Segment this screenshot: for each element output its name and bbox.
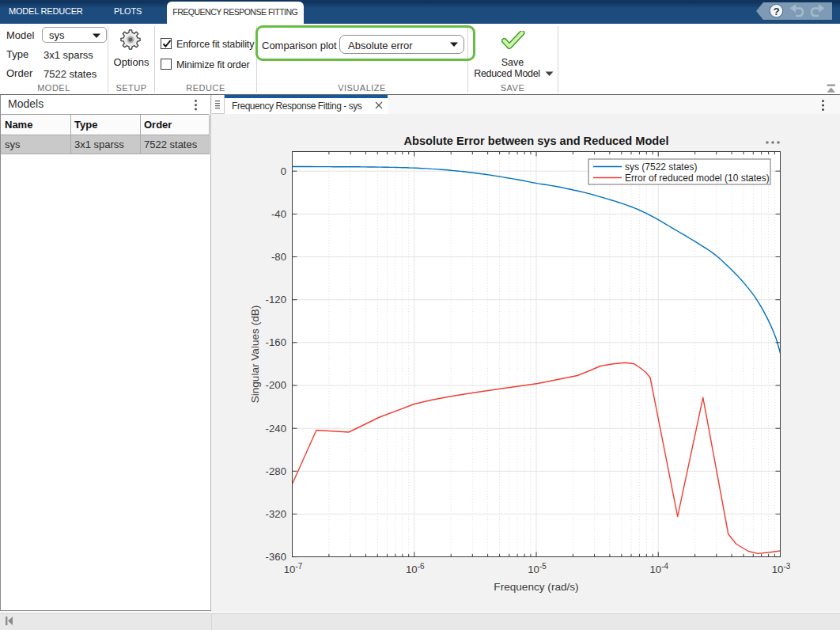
- svg-text:Error of reduced model (10 sta: Error of reduced model (10 states): [625, 173, 770, 184]
- svg-text:-80: -80: [271, 251, 286, 263]
- svg-text:-240: -240: [266, 423, 286, 435]
- svg-text:-280: -280: [266, 465, 286, 477]
- svg-text:Frequency (rad/s): Frequency (rad/s): [494, 581, 578, 593]
- svg-text:-40: -40: [271, 208, 286, 220]
- svg-text:-360: -360: [266, 551, 286, 563]
- svg-text:Singular Values (dB): Singular Values (dB): [249, 306, 261, 404]
- svg-text:sys (7522 states): sys (7522 states): [625, 161, 697, 173]
- svg-text:-120: -120: [266, 294, 286, 306]
- svg-text:-160: -160: [266, 336, 286, 348]
- svg-text:?: ?: [773, 6, 779, 17]
- svg-text:-320: -320: [266, 508, 286, 520]
- svg-text:0: 0: [281, 165, 286, 177]
- svg-text:-200: -200: [266, 379, 286, 391]
- svg-text:Absolute Error between sys and: Absolute Error between sys and Reduced M…: [404, 135, 669, 147]
